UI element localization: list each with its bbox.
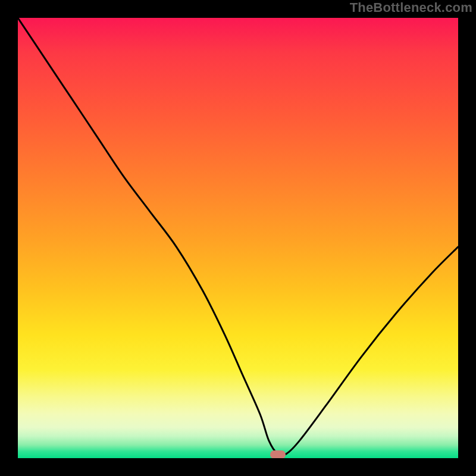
bottleneck-curve [18, 18, 458, 455]
chart-frame: TheBottleneck.com [0, 0, 476, 476]
bottleneck-curve-svg [18, 18, 458, 458]
plot-area [18, 18, 458, 458]
optimal-point-marker [270, 450, 286, 458]
watermark-text: TheBottleneck.com [350, 0, 472, 15]
